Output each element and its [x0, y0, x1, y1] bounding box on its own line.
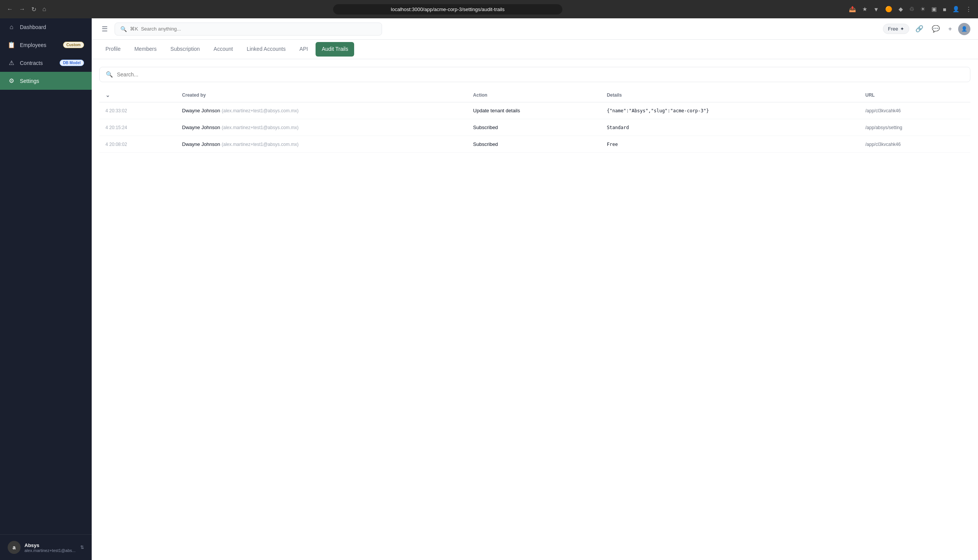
ext6-icon[interactable]: ▣: [930, 4, 939, 14]
tab-members[interactable]: Members: [128, 40, 163, 58]
row-details: {"name":"Absys","slug":"acme-corp-3"}: [601, 102, 859, 119]
row-time: 4 20:33:02: [99, 102, 176, 119]
search-input[interactable]: [130, 26, 376, 32]
reload-button[interactable]: ↻: [29, 4, 38, 15]
col-url: URL: [859, 88, 970, 102]
chat-icon-button[interactable]: 💬: [930, 23, 942, 35]
tab-audit-trails[interactable]: Audit Trails: [316, 42, 354, 57]
row-action: Subscribed: [467, 119, 601, 136]
more-icon[interactable]: ⋮: [964, 4, 973, 14]
row-url: /app/cl3kvcahk46: [859, 102, 970, 119]
ext8-icon[interactable]: 👤: [950, 4, 961, 14]
settings-icon: ⚙: [8, 77, 15, 84]
settings-label: Settings: [20, 78, 84, 84]
sidebar-footer[interactable]: a Absys alex.martinez+test1@abs... ⇅: [0, 534, 92, 560]
main-content: ☰ 🔍 Free ✦ 🔗 💬 + 👤 ProfileMembersSubscri…: [92, 18, 978, 560]
row-created-by: Dwayne Johnson(alex.martinez+test1@absys…: [176, 102, 467, 119]
top-bar: ☰ 🔍 Free ✦ 🔗 💬 + 👤: [92, 18, 978, 40]
sort-chevron-icon[interactable]: ⌄: [105, 92, 110, 98]
content-search-icon: 🔍: [106, 71, 113, 78]
row-action: Subscribed: [467, 136, 601, 153]
row-details: Free: [601, 136, 859, 153]
url-bar[interactable]: [333, 4, 562, 15]
link-icon-button[interactable]: 🔗: [913, 23, 926, 35]
avatar: a: [8, 541, 21, 554]
top-bar-actions: Free ✦ 🔗 💬 + 👤: [883, 23, 970, 35]
row-email: (alex.martinez+test1@absys.com.mx): [222, 108, 298, 113]
ext7-icon[interactable]: ■: [941, 5, 948, 14]
user-email: alex.martinez+test1@abs...: [25, 548, 77, 553]
contracts-badge: DB Model: [60, 60, 84, 66]
free-label: Free: [888, 26, 898, 32]
table-row: 4 20:08:02Dwayne Johnson(alex.martinez+t…: [99, 136, 970, 153]
hamburger-button[interactable]: ☰: [99, 23, 110, 35]
ext1-icon[interactable]: ▼: [871, 5, 881, 14]
contracts-icon: ⚠: [8, 59, 15, 67]
tab-subscription[interactable]: Subscription: [164, 40, 206, 58]
browser-nav: ← → ↻ ⌂: [5, 4, 48, 15]
sidebar-footer-text: Absys alex.martinez+test1@abs...: [25, 542, 77, 553]
col-details: Details: [601, 88, 859, 102]
row-details: Standard: [601, 119, 859, 136]
row-created-by: Dwayne Johnson(alex.martinez+test1@absys…: [176, 119, 467, 136]
audit-table: ⌄ Created by Action Details URL 4 20:33:…: [99, 88, 970, 153]
tab-account[interactable]: Account: [207, 40, 239, 58]
forward-button[interactable]: →: [17, 4, 28, 14]
tab-linked-accounts[interactable]: Linked Accounts: [241, 40, 292, 58]
sidebar-item-contracts[interactable]: ⚠ContractsDB Model: [0, 54, 92, 72]
url-bar-wrap: [52, 4, 844, 15]
sparkle-icon: ✦: [900, 26, 904, 32]
tab-profile[interactable]: Profile: [99, 40, 127, 58]
employees-label: Employees: [20, 42, 58, 48]
sidebar: ⌂Dashboard📋EmployeesCustom⚠ContractsDB M…: [0, 18, 92, 560]
row-name: Dwayne Johnson: [182, 141, 220, 147]
add-icon-button[interactable]: +: [946, 23, 954, 35]
ext3-icon[interactable]: ◆: [896, 4, 905, 14]
sidebar-item-employees[interactable]: 📋EmployeesCustom: [0, 36, 92, 54]
col-action: Action: [467, 88, 601, 102]
browser-chrome: ← → ↻ ⌂ 📤 ★ ▼ 🟠 ◆ ♲ ☀ ▣ ■ 👤 ⋮: [0, 0, 978, 18]
tabs-bar: ProfileMembersSubscriptionAccountLinked …: [92, 40, 978, 59]
row-time: 4 20:15:24: [99, 119, 176, 136]
home-button[interactable]: ⌂: [40, 4, 48, 14]
footer-chevron-icon: ⇅: [80, 545, 84, 550]
app-container: ⌂Dashboard📋EmployeesCustom⚠ContractsDB M…: [0, 18, 978, 560]
user-avatar[interactable]: 👤: [958, 23, 970, 35]
sidebar-nav: ⌂Dashboard📋EmployeesCustom⚠ContractsDB M…: [0, 18, 92, 90]
ext4-icon[interactable]: ♲: [907, 4, 916, 14]
tab-api[interactable]: API: [293, 40, 315, 58]
table-body: 4 20:33:02Dwayne Johnson(alex.martinez+t…: [99, 102, 970, 153]
global-search-bar: 🔍: [115, 23, 382, 35]
employees-icon: 📋: [8, 41, 15, 48]
col-chevron: ⌄: [99, 88, 176, 102]
contracts-label: Contracts: [20, 60, 55, 66]
content-search-bar: 🔍: [99, 67, 970, 82]
table-row: 4 20:15:24Dwayne Johnson(alex.martinez+t…: [99, 119, 970, 136]
search-icon: 🔍: [120, 26, 127, 32]
free-badge[interactable]: Free ✦: [883, 24, 909, 34]
back-button[interactable]: ←: [5, 4, 15, 14]
row-created-by: Dwayne Johnson(alex.martinez+test1@absys…: [176, 136, 467, 153]
row-time: 4 20:08:02: [99, 136, 176, 153]
row-url: /app/cl3kvcahk46: [859, 136, 970, 153]
audit-table-wrapper: ⌄ Created by Action Details URL 4 20:33:…: [99, 88, 970, 153]
row-email: (alex.martinez+test1@absys.com.mx): [222, 142, 298, 147]
content-search-input[interactable]: [117, 72, 964, 78]
bookmark-icon[interactable]: ★: [860, 4, 869, 14]
row-email: (alex.martinez+test1@absys.com.mx): [222, 125, 298, 130]
content-area: 🔍 ⌄ Created by Action Details URL: [92, 59, 978, 560]
col-created-by: Created by: [176, 88, 467, 102]
ext2-icon[interactable]: 🟠: [883, 4, 894, 14]
ext5-icon[interactable]: ☀: [918, 4, 927, 14]
row-url: /app/absys/setting: [859, 119, 970, 136]
dashboard-label: Dashboard: [20, 24, 84, 30]
employees-badge: Custom: [63, 42, 84, 48]
sidebar-item-dashboard[interactable]: ⌂Dashboard: [0, 18, 92, 36]
org-name: Absys: [25, 542, 77, 548]
sidebar-item-settings[interactable]: ⚙Settings: [0, 72, 92, 90]
dashboard-icon: ⌂: [8, 24, 15, 30]
row-action: Update tenant details: [467, 102, 601, 119]
share-icon[interactable]: 📤: [847, 4, 858, 14]
row-name: Dwayne Johnson: [182, 125, 220, 130]
table-header: ⌄ Created by Action Details URL: [99, 88, 970, 102]
